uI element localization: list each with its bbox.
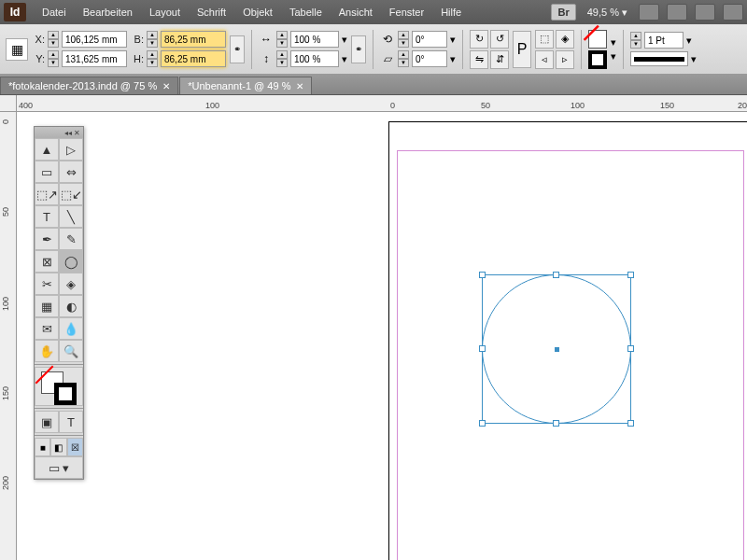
w-spinner[interactable]: ▲▼ [147, 31, 158, 48]
menu-ansicht[interactable]: Ansicht [331, 3, 381, 21]
resize-handle-tl[interactable] [479, 272, 486, 278]
gradient-swatch-tool-icon[interactable]: ▦ [35, 295, 59, 317]
chevron-down-icon[interactable]: ▾ [611, 50, 616, 63]
constrain-scale-icon[interactable]: ⚭ [351, 35, 366, 63]
pencil-tool-icon[interactable]: ✎ [59, 228, 83, 250]
close-icon[interactable]: ✕ [162, 81, 170, 91]
flip-h-icon[interactable]: ⇋ [470, 50, 488, 69]
page-tool-icon[interactable]: ▭ [35, 161, 59, 183]
ellipse-tool-icon[interactable]: ◯ [59, 250, 83, 273]
rotate-ccw-icon[interactable]: ↺ [490, 30, 509, 49]
rotation-field[interactable] [412, 31, 447, 48]
fill-swatch[interactable] [588, 30, 607, 49]
formatting-container-icon[interactable]: ▣ [35, 411, 59, 433]
menu-tabelle[interactable]: Tabelle [281, 3, 331, 21]
scale-y-spinner[interactable]: ▲▼ [276, 50, 288, 67]
selection-tool-icon[interactable]: ▲ [35, 138, 59, 161]
zoom-level[interactable]: 49,5 % ▾ [584, 7, 631, 19]
y-spinner[interactable]: ▲▼ [48, 50, 59, 67]
chevron-down-icon[interactable]: ▾ [450, 34, 456, 46]
stroke-weight-field[interactable] [644, 32, 684, 49]
arrange-docs-icon[interactable] [695, 4, 715, 21]
shear-spinner[interactable]: ▲▼ [398, 50, 409, 67]
document-canvas[interactable] [17, 112, 747, 560]
resize-handle-tm[interactable] [553, 272, 559, 278]
p-icon[interactable]: P [513, 31, 531, 68]
chevron-down-icon[interactable]: ▾ [691, 53, 697, 65]
chevron-down-icon[interactable]: ▾ [342, 53, 347, 65]
stroke-weight-spinner[interactable]: ▲▼ [630, 32, 641, 49]
y-field[interactable] [62, 50, 127, 67]
panel-header[interactable]: ◂◂ ✕ [35, 127, 83, 138]
stroke-style-dropdown[interactable] [630, 51, 688, 66]
view-mode-icon[interactable]: ▭ ▾ [35, 456, 83, 479]
menu-bearbeiten[interactable]: Bearbeiten [75, 3, 141, 21]
menu-schrift[interactable]: Schrift [189, 3, 234, 21]
menu-objekt[interactable]: Objekt [234, 3, 281, 21]
tab-fotokalender[interactable]: *fotokalender-2013.indd @ 75 % ✕ [0, 77, 178, 94]
gradient-feather-tool-icon[interactable]: ◐ [59, 295, 83, 317]
content-collector-tool-icon[interactable]: ⬚↗ [35, 183, 59, 205]
line-tool-icon[interactable]: ╲ [59, 205, 83, 228]
apply-color-icon[interactable]: ■ [35, 438, 50, 456]
menu-layout[interactable]: Layout [141, 3, 189, 21]
fill-stroke-swatch[interactable] [35, 367, 83, 406]
view-options-icon[interactable] [639, 4, 659, 21]
apply-none-icon[interactable]: ☒ [67, 438, 83, 456]
scale-x-field[interactable] [290, 31, 339, 48]
resize-handle-tr[interactable] [627, 272, 634, 278]
screen-mode-icon[interactable] [667, 4, 687, 21]
scale-x-spinner[interactable]: ▲▼ [276, 31, 288, 48]
selection-bounding-box[interactable] [482, 274, 631, 424]
pen-tool-icon[interactable]: ✒ [35, 228, 59, 250]
scissors-tool-icon[interactable]: ✂ [35, 273, 59, 295]
gap-tool-icon[interactable]: ⇔ [59, 161, 83, 183]
width-field[interactable] [161, 31, 226, 48]
chevron-down-icon[interactable]: ▾ [450, 53, 456, 65]
hand-tool-icon[interactable]: ✋ [35, 340, 59, 362]
rectangle-frame-tool-icon[interactable]: ⊠ [35, 250, 59, 273]
x-spinner[interactable]: ▲▼ [48, 31, 59, 48]
menu-hilfe[interactable]: Hilfe [432, 3, 470, 21]
select-content-icon[interactable]: ◈ [556, 30, 574, 49]
workspace-switcher-icon[interactable] [723, 4, 743, 21]
free-transform-tool-icon[interactable]: ◈ [59, 273, 83, 295]
chevron-down-icon[interactable]: ▾ [342, 34, 347, 46]
bridge-button[interactable]: Br [551, 4, 575, 21]
scale-y-field[interactable] [290, 50, 339, 67]
ruler-vertical[interactable]: 0 50 100 150 200 [0, 112, 17, 560]
select-container-icon[interactable]: ⬚ [535, 30, 554, 49]
type-tool-icon[interactable]: T [35, 205, 59, 228]
resize-handle-ml[interactable] [479, 345, 486, 352]
chevron-down-icon[interactable]: ▾ [611, 36, 616, 49]
flip-v-icon[interactable]: ⇵ [490, 50, 509, 69]
h-spinner[interactable]: ▲▼ [147, 50, 158, 67]
resize-handle-bm[interactable] [553, 420, 559, 427]
shear-field[interactable] [412, 50, 447, 67]
ruler-origin[interactable] [0, 95, 17, 112]
stroke-color-icon[interactable] [54, 383, 77, 405]
zoom-tool-icon[interactable]: 🔍 [59, 340, 83, 362]
close-icon[interactable]: ✕ [296, 81, 303, 91]
tab-unbenannt[interactable]: *Unbenannt-1 @ 49 % ✕ [179, 77, 312, 94]
selection-center-icon[interactable] [555, 347, 559, 352]
resize-handle-mr[interactable] [627, 345, 634, 352]
menu-datei[interactable]: Datei [34, 3, 75, 21]
select-next-icon[interactable]: ▹ [556, 50, 574, 69]
resize-handle-br[interactable] [627, 420, 634, 427]
formatting-text-icon[interactable]: T [59, 411, 83, 433]
note-tool-icon[interactable]: ✉ [35, 317, 59, 340]
apply-gradient-icon[interactable]: ◧ [50, 438, 66, 456]
ruler-horizontal[interactable]: 400 100 0 50 100 150 200 [17, 95, 747, 112]
direct-selection-tool-icon[interactable]: ▷ [59, 138, 83, 161]
tools-panel[interactable]: ◂◂ ✕ ▲ ▷ ▭ ⇔ ⬚↗ ⬚↙ T ╲ ✒ ✎ ⊠ ◯ ✂ ◈ ▦ ◐ ✉… [34, 126, 84, 480]
constrain-wh-icon[interactable]: ⚭ [230, 35, 245, 63]
height-field[interactable] [161, 50, 226, 67]
content-placer-tool-icon[interactable]: ⬚↙ [59, 183, 83, 205]
rotate-cw-icon[interactable]: ↻ [470, 30, 488, 49]
chevron-down-icon[interactable]: ▾ [686, 35, 692, 47]
resize-handle-bl[interactable] [479, 420, 486, 427]
menu-fenster[interactable]: Fenster [381, 3, 432, 21]
rotation-spinner[interactable]: ▲▼ [398, 31, 409, 48]
x-field[interactable] [62, 31, 127, 48]
